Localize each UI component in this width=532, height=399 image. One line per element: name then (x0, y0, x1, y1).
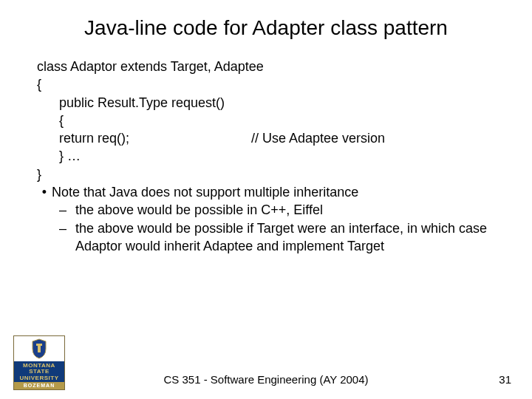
svg-rect-1 (38, 346, 41, 352)
slide-body: class Adaptor extends Target, Adaptee { … (37, 58, 495, 255)
code-line: { (59, 112, 495, 129)
dash-icon: – (59, 219, 75, 256)
code-line: return req(); // Use Adaptee version (59, 129, 495, 147)
code-line: } … (59, 147, 495, 165)
sub-bullet-item: – the above would be possible in C++, Ei… (59, 201, 495, 219)
page-number: 31 (499, 373, 511, 386)
code-line: class Adaptor extends Target, Adaptee (37, 58, 495, 75)
slide: Java-line code for Adapter class pattern… (0, 0, 532, 399)
svg-rect-0 (36, 344, 42, 346)
sub-bullet-item: – the above would be possible if Target … (59, 219, 495, 256)
sub-bullet-text: the above would be possible if Target we… (75, 219, 495, 256)
code-line: } (37, 166, 495, 183)
code-line: { (37, 75, 495, 93)
sub-bullet-text: the above would be possible in C++, Eiff… (75, 201, 495, 219)
code-comment: // Use Adaptee version (251, 129, 385, 147)
dash-icon: – (59, 201, 75, 219)
slide-title: Java-line code for Adapter class pattern (0, 16, 532, 40)
footer-text: CS 351 - Software Engineering (AY 2004) (0, 373, 532, 386)
bullet-dot-icon: • (37, 183, 52, 201)
logo-crest-icon (13, 335, 65, 361)
code-line: public Result.Type request() (59, 94, 495, 112)
code-text: return req(); (59, 129, 251, 147)
bullet-item: • Note that Java does not support multip… (37, 183, 495, 201)
bullet-text: Note that Java does not support multiple… (52, 183, 358, 201)
